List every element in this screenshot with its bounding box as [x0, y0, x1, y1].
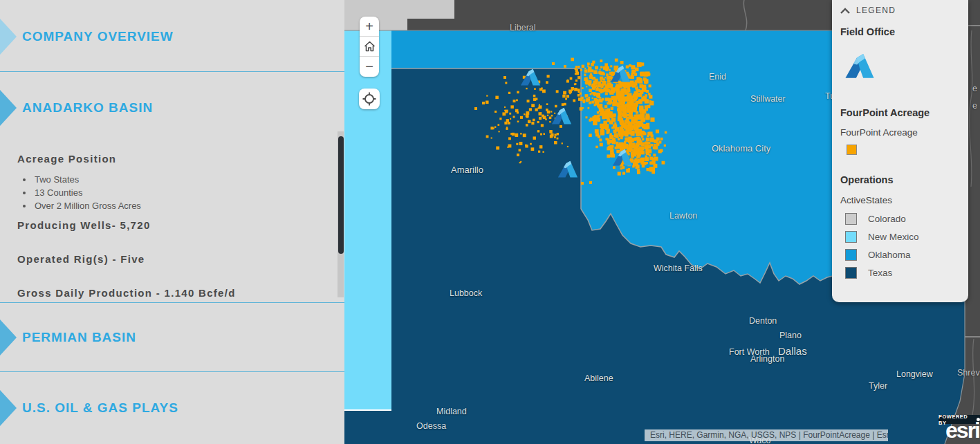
map-city-label: Stillwater — [750, 94, 786, 104]
section-title: COMPANY OVERVIEW — [22, 29, 174, 44]
divider — [0, 71, 344, 72]
map-city-label: Amarillo — [451, 165, 483, 175]
home-button[interactable] — [360, 37, 379, 57]
chevron-up-icon — [840, 8, 850, 14]
legend-state-row: Texas — [832, 266, 968, 284]
legend-field-office-heading: Field Office — [840, 26, 895, 37]
arrow-right-icon — [0, 19, 17, 55]
arrow-right-icon — [0, 90, 17, 126]
map-city-label: Oklahoma City — [712, 143, 770, 154]
map-city-label: e — [972, 84, 977, 93]
legend-collapse-toggle[interactable]: LEGEND — [840, 6, 896, 15]
bullet-item: 13 Counties — [33, 187, 141, 198]
bullet-item: Two States — [33, 174, 141, 185]
map-city-label: Lawton — [669, 211, 697, 221]
bullet-item: Over 2 Million Gross Acres — [33, 201, 141, 211]
operated-rigs-text: Operated Rig(s) - Five — [17, 253, 145, 265]
state-label: Oklahoma — [868, 250, 911, 260]
sidebar-item-anadarko-basin[interactable]: ANADARKO BASIN — [0, 90, 153, 126]
field-office-icon — [844, 54, 875, 79]
map-city-label: Enid — [709, 72, 726, 82]
divider — [0, 371, 344, 372]
sidebar-item-company-overview[interactable]: COMPANY OVERVIEW — [0, 19, 174, 55]
legend-state-row: New Mexico — [832, 230, 968, 248]
section-title: U.S. OIL & GAS PLAYS — [22, 400, 178, 416]
zoom-out-button[interactable]: − — [360, 57, 379, 77]
state-label: Texas — [868, 268, 892, 278]
esri-logo[interactable]: esri — [945, 419, 979, 441]
map-city-label: Wichita Falls — [654, 263, 703, 273]
state-color-swatch — [845, 249, 857, 261]
scrollbar-thumb[interactable] — [338, 136, 344, 254]
map-city-label: Longview — [896, 369, 933, 379]
map-city-label: Shreve — [957, 368, 980, 378]
producing-wells-text: Producing Wells- 5,720 — [17, 219, 151, 231]
map-city-label: Tyler — [869, 381, 887, 391]
home-icon — [364, 41, 376, 52]
legend-acreage-heading: FourPoint Acreage — [840, 107, 930, 118]
legend-panel: LEGEND Field Office FourPoint Acreage Fo… — [832, 0, 968, 302]
region-new-mexico — [344, 30, 391, 410]
map-city-label: Lubbock — [450, 288, 482, 298]
map-city-label: Plano — [779, 331, 802, 340]
sidebar-item-us-oil-gas-plays[interactable]: U.S. OIL & GAS PLAYS — [0, 390, 178, 426]
map-attribution: Esri, HERE, Garmin, NGA, USGS, NPS | Fou… — [645, 429, 888, 441]
acreage-bullet-list: Two States 13 Counties Over 2 Million Gr… — [33, 174, 141, 214]
map-city-label: Abilene — [584, 373, 613, 383]
locate-button[interactable] — [359, 89, 380, 109]
gross-production-text: Gross Daily Production - 1.140 Bcfe/d — [17, 287, 236, 299]
map-canvas[interactable]: LiberalEnidStillwaterTuOklahoma CityAmar… — [344, 0, 980, 444]
state-color-swatch — [845, 213, 857, 225]
zoom-controls: + − — [360, 17, 379, 77]
state-label: Colorado — [868, 214, 906, 224]
state-color-swatch — [845, 267, 857, 279]
zoom-in-button[interactable]: + — [360, 17, 379, 37]
legend-activestates-sublabel: ActiveStates — [840, 195, 892, 205]
map-city-label: Odessa — [416, 421, 446, 431]
section-title: PERMIAN BASIN — [22, 330, 136, 345]
map-city-label: Liberal — [510, 23, 536, 33]
arrow-right-icon — [0, 390, 17, 426]
map-city-label: Denton — [749, 316, 777, 326]
sidebar: COMPANY OVERVIEW ANADARKO BASIN Acreage … — [0, 0, 344, 444]
legend-state-row: Oklahoma — [832, 248, 968, 266]
divider — [0, 302, 344, 303]
state-label: New Mexico — [868, 232, 919, 242]
map-city-label: Midland — [436, 407, 467, 416]
section-title: ANADARKO BASIN — [22, 100, 153, 115]
map-city-label: e — [972, 101, 977, 111]
crosshair-icon — [362, 92, 376, 106]
map-city-label: Arlington — [750, 354, 784, 364]
legend-state-row: Colorado — [832, 212, 968, 230]
legend-title: LEGEND — [856, 6, 896, 15]
legend-acreage-sublabel: FourPoint Acreage — [840, 127, 918, 138]
acreage-position-heading: Acreage Position — [17, 153, 116, 165]
arrow-right-icon — [0, 320, 17, 355]
acreage-color-swatch — [847, 145, 857, 155]
state-color-swatch — [845, 231, 857, 243]
sidebar-item-permian-basin[interactable]: PERMIAN BASIN — [0, 320, 136, 355]
legend-operations-heading: Operations — [840, 174, 894, 185]
